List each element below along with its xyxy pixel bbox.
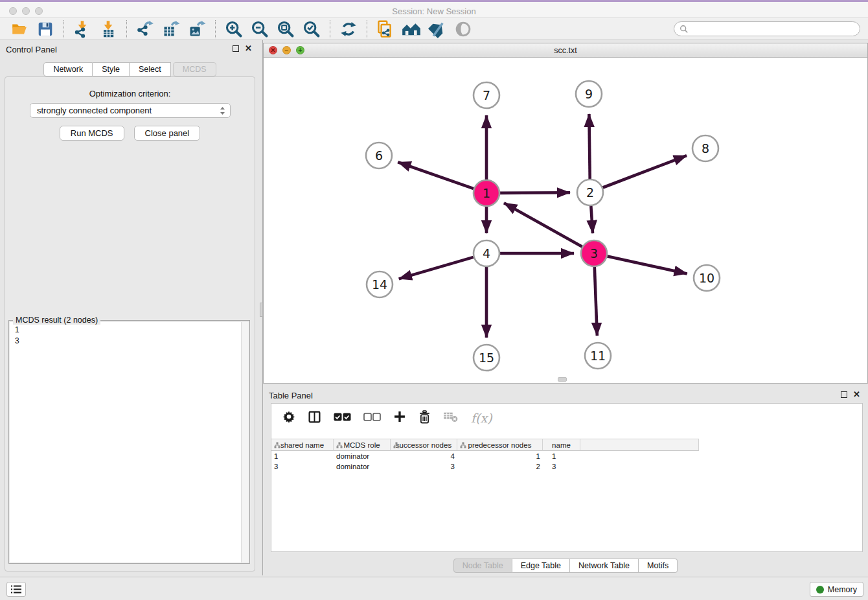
graph-edge-3-1[interactable] (504, 203, 582, 247)
graph-edge-3-10[interactable] (608, 256, 687, 273)
save-session-button[interactable] (32, 19, 58, 40)
graph-node-label-14: 14 (372, 277, 387, 292)
duplicate-network-button[interactable] (372, 19, 398, 40)
network-canvas[interactable]: 7968124314101511 (264, 58, 867, 383)
import-network-button[interactable] (69, 19, 95, 40)
graph-edge-2-8[interactable] (603, 156, 687, 187)
table-row[interactable]: 3dominator323 (271, 461, 862, 472)
cell-name[interactable]: 3 (543, 461, 580, 472)
network-graph[interactable]: 7968124314101511 (264, 58, 867, 383)
column-header-predecessor-nodes[interactable]: predecessor nodes (457, 439, 543, 451)
graph-edge-2-3[interactable] (591, 206, 593, 233)
show-hide-details-button[interactable] (450, 19, 476, 40)
export-table-icon (162, 20, 180, 38)
export-table-button[interactable] (158, 19, 184, 40)
mcds-result-textarea[interactable]: 1 3 (10, 322, 249, 562)
canvas-hscrollbar[interactable] (558, 377, 567, 382)
tab-mcds[interactable]: MCDS (173, 62, 216, 76)
tab-style[interactable]: Style (93, 62, 130, 76)
export-image-button[interactable] (184, 19, 210, 40)
graph-node-label-8: 8 (702, 141, 709, 156)
toggle-labels-button[interactable] (424, 19, 450, 40)
graph-node-label-4: 4 (483, 246, 490, 260)
run-mcds-button[interactable]: Run MCDS (60, 126, 124, 141)
search-input[interactable] (674, 21, 860, 36)
cell-predecessor-nodes[interactable]: 2 (457, 461, 543, 472)
task-history-button[interactable] (6, 582, 26, 597)
cell-shared-name[interactable]: 3 (271, 461, 334, 472)
table-body: 1dominator4113dominator323 (271, 451, 862, 472)
delete-table-button[interactable] (443, 411, 459, 425)
toolbar-separator (215, 20, 216, 38)
control-panel-header: Control Panel ✕ (0, 40, 260, 57)
show-column-panel-button[interactable] (308, 410, 321, 426)
open-session-button[interactable] (6, 19, 32, 40)
search-icon (680, 25, 689, 34)
zoom-selected-button[interactable] (299, 19, 325, 40)
window-title: Session: New Session (0, 6, 868, 16)
graph-node-label-1: 1 (483, 186, 490, 200)
graph-node-label-7: 7 (483, 88, 490, 102)
table-row[interactable]: 1dominator411 (271, 451, 862, 461)
cell-name[interactable]: 1 (543, 451, 580, 461)
graph-edge-1-2[interactable] (500, 192, 570, 193)
plus-icon (393, 410, 406, 423)
cell-successor-nodes[interactable]: 3 (391, 461, 457, 472)
cell-successor-nodes[interactable]: 4 (391, 451, 457, 461)
refresh-icon (339, 20, 358, 38)
create-column-button[interactable] (393, 410, 406, 426)
zoom-fit-button[interactable] (273, 19, 299, 40)
cell-MCDS-role[interactable]: dominator (334, 461, 391, 472)
float-panel-icon[interactable] (233, 45, 239, 52)
table-container: f(x) shared nameMCDS rolesuccessor nodes… (271, 403, 863, 552)
function-builder-button[interactable]: f(x) (471, 411, 492, 425)
close-panel-button[interactable]: Close panel (134, 126, 201, 141)
graph-node-label-6: 6 (375, 148, 383, 163)
cell-predecessor-nodes[interactable]: 1 (457, 451, 543, 461)
float-table-panel-icon[interactable] (841, 391, 847, 398)
select-all-columns-button[interactable] (334, 412, 351, 424)
table-panel: Table Panel ✕ (263, 386, 868, 575)
column-header-successor-nodes[interactable]: successor nodes (391, 439, 457, 451)
table-settings-button[interactable] (282, 410, 295, 426)
unselect-all-columns-button[interactable] (363, 412, 381, 424)
delete-column-button[interactable] (418, 410, 431, 426)
trash-icon (418, 410, 431, 424)
tab-edge-table[interactable]: Edge Table (512, 559, 570, 573)
graph-edge-2-9[interactable] (589, 114, 589, 179)
column-header-MCDS-role[interactable]: MCDS role (334, 439, 391, 451)
first-neighbors-button[interactable] (398, 19, 424, 40)
graph-node-label-2: 2 (586, 185, 594, 200)
memory-button[interactable]: Memory (810, 582, 863, 597)
main-toolbar (0, 18, 868, 40)
zoom-in-button[interactable] (221, 19, 247, 40)
tab-node-table[interactable]: Node Table (453, 559, 512, 573)
gear-icon (282, 410, 295, 423)
tab-network[interactable]: Network (43, 62, 93, 76)
refresh-view-button[interactable] (336, 19, 361, 40)
column-header-name[interactable]: name (543, 439, 580, 451)
zoom-out-icon (251, 20, 269, 38)
result-scrollbar[interactable] (241, 322, 249, 562)
column-header-shared-name[interactable]: shared name (271, 439, 334, 451)
import-table-button[interactable] (95, 19, 121, 40)
close-panel-icon[interactable]: ✕ (245, 43, 252, 53)
close-table-panel-icon[interactable]: ✕ (853, 389, 860, 399)
cell-shared-name[interactable]: 1 (271, 451, 334, 461)
zoom-out-button[interactable] (247, 19, 273, 40)
zoom-fit-icon (277, 20, 295, 38)
tab-select[interactable]: Select (130, 62, 171, 76)
criterion-dropdown[interactable]: strongly connected component (30, 103, 231, 118)
graph-edge-1-6[interactable] (398, 162, 474, 189)
status-bar: Memory (0, 577, 868, 600)
graph-edge-3-11[interactable] (595, 267, 597, 336)
tab-motifs[interactable]: Motifs (639, 559, 678, 573)
tab-network-table[interactable]: Network Table (570, 559, 639, 573)
table-toolbar: f(x) (271, 404, 862, 432)
mcds-result-lines: 1 3 (15, 325, 19, 347)
export-network-button[interactable] (132, 19, 158, 40)
import-network-icon (73, 20, 91, 38)
graph-edge-4-14[interactable] (399, 257, 474, 279)
graph-node-label-3: 3 (590, 246, 598, 260)
cell-MCDS-role[interactable]: dominator (334, 451, 391, 461)
